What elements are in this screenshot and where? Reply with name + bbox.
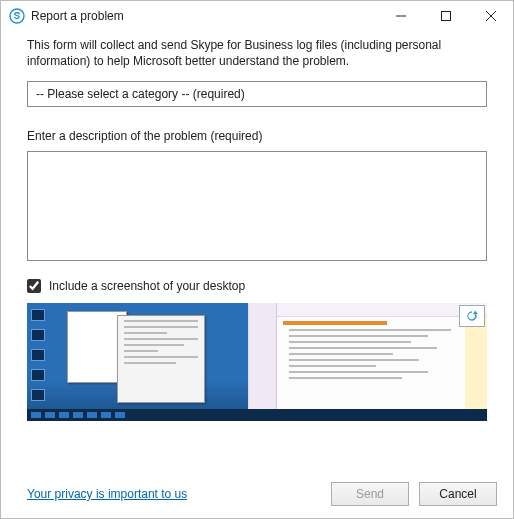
minimize-button[interactable]	[378, 1, 423, 31]
screenshot-thumbnail	[27, 303, 487, 421]
window-title: Report a problem	[31, 9, 378, 23]
privacy-link[interactable]: Your privacy is important to us	[27, 487, 187, 501]
dialog-content: This form will collect and send Skype fo…	[1, 31, 513, 470]
maximize-button[interactable]	[423, 1, 468, 31]
screenshot-checkbox-row[interactable]: Include a screenshot of your desktop	[27, 279, 487, 293]
category-select-value: -- Please select a category -- (required…	[36, 87, 245, 101]
app-icon	[9, 8, 25, 24]
thumbnail-monitor-2	[248, 303, 487, 421]
refresh-icon	[459, 305, 485, 327]
screenshot-checkbox-label: Include a screenshot of your desktop	[49, 279, 245, 293]
description-label: Enter a description of the problem (requ…	[27, 129, 487, 143]
screenshot-checkbox[interactable]	[27, 279, 41, 293]
description-input[interactable]	[27, 151, 487, 261]
cancel-button[interactable]: Cancel	[419, 482, 497, 506]
svg-rect-1	[441, 12, 450, 21]
intro-text: This form will collect and send Skype fo…	[27, 37, 487, 69]
close-button[interactable]	[468, 1, 513, 31]
category-select[interactable]: -- Please select a category -- (required…	[27, 81, 487, 107]
dialog-window: Report a problem This form will collect …	[0, 0, 514, 519]
thumbnail-monitor-1	[27, 303, 248, 421]
dialog-footer: Your privacy is important to us Send Can…	[1, 470, 513, 518]
title-bar: Report a problem	[1, 1, 513, 31]
send-button[interactable]: Send	[331, 482, 409, 506]
